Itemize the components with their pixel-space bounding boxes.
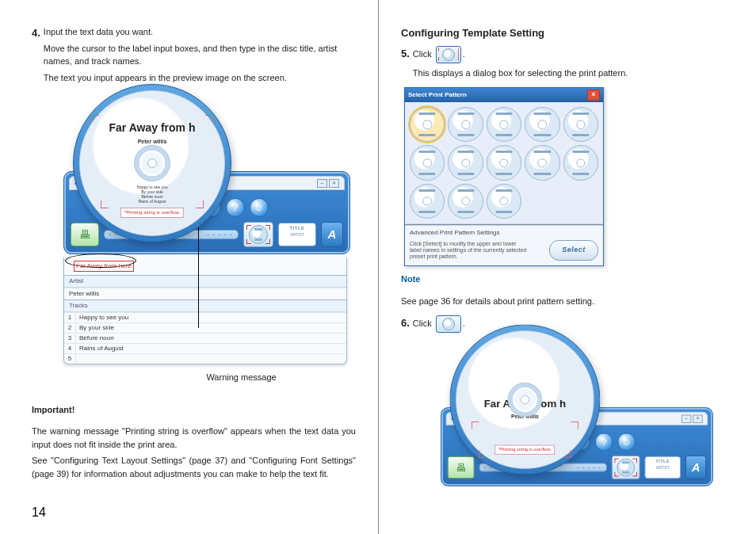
artist-input[interactable]: Peter willis — [64, 288, 346, 299]
step-6-number: 6. — [401, 315, 410, 336]
label-preview-panel: TITLE ARTIST · · · · · · · · · · · · — [644, 456, 681, 479]
advanced-settings-label: Advanced Print Pattern Settings — [405, 225, 603, 238]
print-pattern-option[interactable] — [410, 107, 445, 142]
disc-preview: Far Away from h Peter willis Happy to se… — [73, 84, 231, 242]
label-printer-app: Far Away from h Peter willis Happy to se… — [63, 171, 356, 254]
print-pattern-option[interactable] — [448, 184, 483, 219]
dialog-titlebar: Select Print Pattern × — [405, 88, 603, 102]
overflow-warning-label: *Printing string is overflow. — [120, 208, 184, 218]
user-button[interactable]: ☺ — [250, 198, 269, 217]
disc-title-text: Far Away from h — [80, 120, 224, 136]
print-pattern-option[interactable] — [410, 145, 445, 180]
label-printer-app-secondary: Far Away from h Peter willis *Printing s… — [441, 407, 710, 486]
font-button[interactable]: A — [685, 456, 707, 479]
print-pattern-option[interactable] — [487, 145, 521, 180]
important-p2: See "Configuring Text Layout Settings" (… — [32, 454, 356, 480]
print-pattern-option[interactable] — [563, 107, 598, 142]
user-button[interactable]: ☺ — [617, 433, 636, 452]
disc-title-input[interactable]: Far Away from here — [74, 261, 134, 272]
pattern-select-button[interactable] — [243, 222, 273, 247]
track-row[interactable]: 1Happy to see you — [64, 312, 346, 322]
app-screenshot-figure: Far Away from h Peter willis Happy to se… — [32, 171, 356, 364]
disc-preview: Far Away from h Peter willis *Printing s… — [449, 325, 600, 475]
minimize-button[interactable]: – — [317, 179, 327, 188]
track-row[interactable]: 5 — [64, 353, 346, 364]
print-pattern-option[interactable] — [448, 145, 483, 180]
warning-caption: Warning message — [127, 371, 356, 384]
pattern-select-button[interactable] — [612, 456, 640, 479]
print-pattern-option[interactable] — [563, 145, 598, 180]
close-button[interactable]: × — [329, 179, 339, 188]
step-4-body: Input the text data you want. Move the c… — [44, 25, 356, 87]
track-row[interactable]: 4Rains of August — [64, 343, 346, 353]
step-4-line-2: Move the cursor to the label input boxes… — [44, 42, 356, 68]
print-pattern-option[interactable] — [448, 107, 483, 142]
dialog-close-button[interactable]: × — [587, 90, 600, 101]
section-heading: Configuring Template Setting — [401, 25, 724, 41]
note-label: Note — [401, 273, 724, 286]
track-row[interactable]: 3Before noon — [64, 333, 346, 343]
print-pattern-option[interactable] — [487, 184, 521, 219]
note-text: See page 36 for details about print patt… — [401, 295, 724, 308]
minimize-button[interactable]: – — [682, 414, 691, 422]
close-button[interactable]: × — [693, 414, 702, 422]
step-4-line-1: Input the text data you want. — [44, 25, 356, 39]
step-5-number: 5. — [401, 46, 410, 83]
step-5-line: Click . — [413, 46, 628, 63]
tracks-section-label: Tracks — [64, 299, 346, 312]
important-label: Important! — [32, 403, 356, 417]
pattern-grid — [405, 102, 603, 225]
overflow-warning-label: *Printing string is overflow. — [494, 445, 555, 455]
step-4: 4. Input the text data you want. Move th… — [32, 25, 356, 87]
print-pattern-option[interactable] — [525, 107, 559, 142]
select-print-pattern-dialog: Select Print Pattern × Advanced Print Pa… — [404, 87, 604, 266]
dialog-title-text: Select Print Pattern — [408, 90, 467, 100]
page-number: 14 — [32, 505, 46, 520]
important-p1: The warning message "Printing string is … — [32, 425, 356, 451]
print-pattern-option[interactable] — [487, 107, 521, 142]
pattern-button-icon — [436, 46, 461, 63]
print-pattern-option[interactable] — [525, 145, 559, 180]
step-4-line-3: The text you input appears in the previe… — [44, 71, 356, 85]
advanced-select-button[interactable]: Select — [549, 240, 598, 261]
label-preview-panel: TITLE ARTIST · · · · · · · · · · · · — [278, 223, 316, 246]
print-pattern-option[interactable] — [410, 184, 445, 219]
artist-section-label: Artist — [64, 275, 346, 288]
step-5-desc: This displays a dialog box for selecting… — [413, 67, 628, 80]
advanced-settings-text: Click [Select] to modify the upper and l… — [410, 241, 529, 261]
track-row[interactable]: 2By your side — [64, 322, 346, 333]
step-4-number: 4. — [32, 25, 40, 87]
step-5: 5. Click . This displays a dialog box fo… — [401, 46, 724, 83]
font-button[interactable]: A — [321, 222, 343, 247]
text-input-panel: Far Away from here Artist Peter willis T… — [63, 257, 347, 364]
